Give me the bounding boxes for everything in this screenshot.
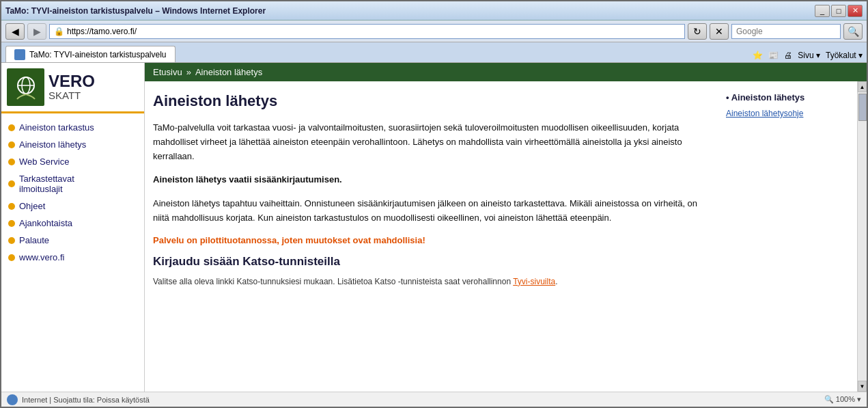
nav-dot-icon xyxy=(8,141,15,148)
aside-link-lahjetysohje[interactable]: Aineiston lähetysohje xyxy=(726,109,803,118)
internet-icon xyxy=(7,394,18,405)
sidebar-item-www-vero-fi[interactable]: www.vero.fi xyxy=(1,249,144,266)
status-right: 🔍 100% ▾ xyxy=(824,395,861,404)
nav-item-label: Aineiston tarkastus xyxy=(19,122,94,133)
logo-image xyxy=(7,68,44,106)
sidebar-item-palaute[interactable]: Palaute xyxy=(1,232,144,249)
subheading: Kirjaudu sisään Katso-tunnisteilla xyxy=(153,255,712,269)
nav-item-label: Web Service xyxy=(19,157,69,167)
nav-item-label: Aineiston lähetys xyxy=(19,139,86,150)
status-bar: Internet | Suojattu tila: Poissa käytöst… xyxy=(1,392,867,407)
nav-item-label: Ohjeet xyxy=(19,201,45,211)
warning-text: Palvelu on pilottituotannossa, joten muu… xyxy=(153,235,712,245)
page-content: Etusivu » Aineiston lähetys Aineiston lä… xyxy=(145,63,867,392)
status-text: Internet | Suojattu tila: Poissa käytöst… xyxy=(22,396,150,404)
tab-bar: TaMo: TYVI-aineiston tarkistuspalvelu ⭐ … xyxy=(1,42,867,63)
sidebar: VERO SKATT Aineiston tarkastus Aineiston… xyxy=(1,63,145,392)
print-icon[interactable]: 🖨 xyxy=(784,51,792,60)
tools-menu[interactable]: Työkalut ▾ xyxy=(826,51,863,60)
tab-favicon xyxy=(14,49,25,60)
lock-icon: 🔒 xyxy=(54,27,64,36)
back-button[interactable]: ◀ xyxy=(5,23,25,40)
favorites-icon[interactable]: ⭐ xyxy=(753,51,763,60)
rss-icon[interactable]: 📰 xyxy=(768,51,779,60)
sidebar-item-aineiston-tarkastus[interactable]: Aineiston tarkastus xyxy=(1,119,144,136)
nav-dot-icon xyxy=(8,159,15,165)
paragraph-4: Valitse alla oleva linkki Katso-tunnuksi… xyxy=(153,275,712,288)
nav-dot-icon xyxy=(8,124,15,131)
window-controls: _ □ ✕ xyxy=(815,5,863,17)
browser-title: TaMo: TYVI-aineiston tarkistuspalvelu – … xyxy=(5,6,266,16)
breadcrumb-separator: » xyxy=(186,67,191,77)
paragraph-3: Aineiston lähetys tapahtuu vaiheittain. … xyxy=(153,197,712,226)
stop-button[interactable]: ✕ xyxy=(710,23,729,40)
main-content: VERO SKATT Aineiston tarkastus Aineiston… xyxy=(1,63,867,392)
forward-button[interactable]: ▶ xyxy=(27,23,46,40)
tab-label: TaMo: TYVI-aineiston tarkistuspalvelu xyxy=(29,50,167,59)
logo-text: VERO SKATT xyxy=(48,73,95,102)
nav-dot-icon xyxy=(8,180,15,187)
aside-section-title: • Aineiston lähetys xyxy=(726,92,849,103)
refresh-button[interactable]: ↻ xyxy=(688,23,707,40)
url-bar[interactable]: 🔒 https://tamo.vero.fi/ xyxy=(49,24,685,39)
scroll-up-button[interactable]: ▲ xyxy=(858,81,867,92)
zoom-level[interactable]: 🔍 100% ▾ xyxy=(824,395,861,404)
sidebar-item-ohjeet[interactable]: Ohjeet xyxy=(1,198,144,215)
search-button[interactable]: 🔍 xyxy=(843,23,863,40)
maximize-button[interactable]: □ xyxy=(831,5,846,17)
sidebar-item-aineiston-lahetus[interactable]: Aineiston lähetys xyxy=(1,136,144,153)
nav-dot-icon xyxy=(8,203,15,210)
paragraph-1: TaMo-palvelulla voit tarkastaa vuosi- ja… xyxy=(153,121,712,163)
nav-dot-icon xyxy=(8,220,15,227)
para4-end: . xyxy=(555,277,557,286)
logo-box: VERO SKATT xyxy=(7,68,139,106)
breadcrumb: Etusivu » Aineiston lähetys xyxy=(145,63,867,81)
sidebar-item-ajankohtaista[interactable]: Ajankohtaista xyxy=(1,215,144,232)
tyvi-link[interactable]: Tyvi-sivuilta xyxy=(513,277,555,286)
svg-rect-0 xyxy=(9,70,43,105)
minimize-button[interactable]: _ xyxy=(815,5,830,17)
nav-menu: Aineiston tarkastus Aineiston lähetys We… xyxy=(1,113,144,271)
scroll-down-button[interactable]: ▼ xyxy=(858,381,867,392)
sidebar-item-tarkastettavat[interactable]: Tarkastettavatilmoituslajit xyxy=(1,170,144,198)
status-left: Internet | Suojattu tila: Poissa käytöst… xyxy=(7,394,150,405)
browser-window: TaMo: TYVI-aineiston tarkistuspalvelu – … xyxy=(0,0,868,408)
nav-item-label: Ajankohtaista xyxy=(19,218,72,228)
para4-start: Valitse alla oleva linkki Katso-tunnuksi… xyxy=(153,277,513,286)
content-with-aside: Aineiston lähetys TaMo-palvelulla voit t… xyxy=(145,81,857,392)
breadcrumb-current: Aineiston lähetys xyxy=(195,67,262,77)
nav-item-label: Palaute xyxy=(19,235,49,245)
toolbar-tools: ⭐ 📰 🖨 Sivu ▾ Työkalut ▾ xyxy=(753,51,863,62)
breadcrumb-home[interactable]: Etusivu xyxy=(153,67,182,77)
search-input[interactable] xyxy=(731,24,841,39)
paragraph-2: Aineiston lähetys vaatii sisäänkirjautum… xyxy=(153,173,712,187)
address-bar-area: ◀ ▶ 🔒 https://tamo.vero.fi/ ↻ ✕ 🔍 xyxy=(1,21,867,42)
nav-item-label: Tarkastettavatilmoituslajit xyxy=(19,174,74,194)
scroll-thumb[interactable] xyxy=(858,94,867,121)
right-aside: • Aineiston lähetys Aineiston lähetysohj… xyxy=(726,92,849,381)
main-text-area: Aineiston lähetys TaMo-palvelulla voit t… xyxy=(153,92,712,381)
nav-dot-icon xyxy=(8,237,15,244)
logo-area: VERO SKATT xyxy=(1,63,144,113)
title-bar: TaMo: TYVI-aineiston tarkistuspalvelu – … xyxy=(1,1,867,21)
active-tab[interactable]: TaMo: TYVI-aineiston tarkistuspalvelu xyxy=(5,46,176,62)
scrollbar[interactable]: ▲ ▼ xyxy=(857,81,867,392)
nav-dot-icon xyxy=(8,254,15,261)
close-button[interactable]: ✕ xyxy=(848,5,863,17)
sidebar-item-web-service[interactable]: Web Service xyxy=(1,153,144,170)
url-text: https://tamo.vero.fi/ xyxy=(67,27,137,36)
page-menu[interactable]: Sivu ▾ xyxy=(798,51,820,60)
page-title: Aineiston lähetys xyxy=(153,92,712,110)
nav-item-label: www.vero.fi xyxy=(19,252,64,262)
